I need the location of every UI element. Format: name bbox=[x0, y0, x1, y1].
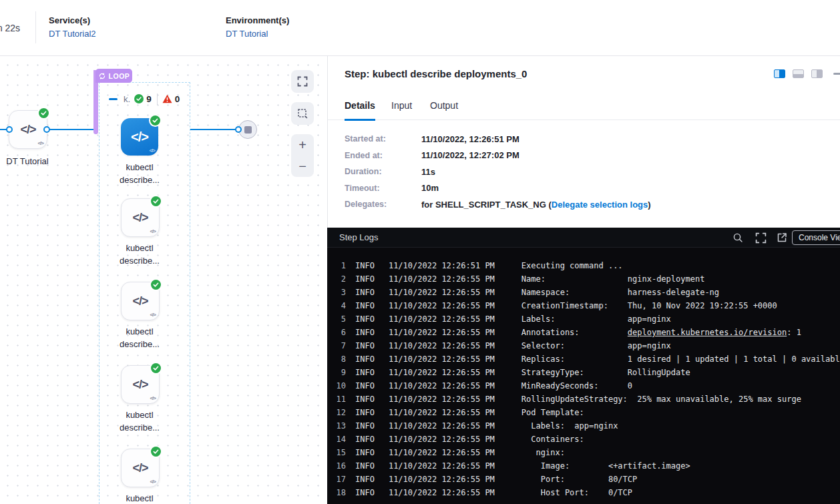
success-check-icon bbox=[37, 107, 50, 119]
loop-badge[interactable]: LOOP bbox=[95, 69, 132, 83]
collapse-minus-icon[interactable] bbox=[109, 98, 118, 100]
topbar-divider bbox=[35, 11, 36, 43]
delegate-selection-logs-link[interactable]: Delegate selection logs bbox=[552, 200, 648, 210]
loop-badge-label: LOOP bbox=[109, 72, 130, 80]
loop-icon bbox=[98, 72, 106, 80]
log-line: 18INFO11/10/2022 12:26:55 PM Host Port: … bbox=[327, 486, 840, 499]
mini-code-icon: </> bbox=[150, 479, 156, 485]
panel-minimize-button[interactable] bbox=[833, 73, 840, 75]
success-count: 9 bbox=[146, 94, 152, 104]
success-check-icon bbox=[150, 445, 162, 458]
step-title: Step: kubectl describe deployments_0 bbox=[345, 68, 527, 79]
pipeline-graph-canvas[interactable]: </> </> DT Tutorial LOOP k. 9 0 </> </> bbox=[0, 56, 327, 504]
log-line: 3INFO11/10/2022 12:26:55 PMNamespace: ha… bbox=[327, 286, 840, 299]
mini-code-icon: </> bbox=[149, 148, 155, 154]
connector-port bbox=[43, 126, 50, 133]
log-open-new-tab-button[interactable] bbox=[777, 232, 787, 243]
log-line: 11INFO11/10/2022 12:26:55 PMRollingUpdat… bbox=[327, 393, 840, 406]
step-tabs: Details Input Output bbox=[328, 96, 840, 120]
log-line: 16INFO11/10/2022 12:26:55 PM Image: <+ar… bbox=[327, 459, 840, 473]
detail-row-duration: Duration: 11s bbox=[345, 164, 651, 180]
node-label-kubectl-4: kubectl describe... bbox=[103, 492, 176, 504]
fullscreen-icon bbox=[297, 76, 308, 87]
canvas-zoom-controls: + − bbox=[291, 134, 314, 177]
layout-right-view-button[interactable] bbox=[774, 69, 785, 78]
layout-bottom-view-button[interactable] bbox=[793, 69, 804, 78]
success-check-icon bbox=[150, 362, 162, 374]
success-check-icon bbox=[150, 278, 162, 291]
annotation-revision-link[interactable]: deployment.kubernetes.io/revision bbox=[628, 328, 787, 337]
execution-duration: m 22s bbox=[0, 23, 20, 33]
canvas-fullscreen-button[interactable] bbox=[291, 70, 314, 93]
detail-row-delegates: Delegates: for SHELL_SCRIPT_TASK_NG (Del… bbox=[345, 196, 651, 213]
log-line: 13INFO11/10/2022 12:26:55 PM Labels: app… bbox=[327, 419, 840, 433]
success-check-icon bbox=[134, 94, 144, 103]
code-icon: </> bbox=[20, 123, 35, 137]
log-line: 10INFO11/10/2022 12:26:55 PMMinReadySeco… bbox=[327, 379, 840, 393]
search-icon bbox=[732, 232, 743, 243]
failed-count: 0 bbox=[175, 94, 180, 104]
zoom-in-button[interactable]: + bbox=[298, 139, 306, 151]
service-link[interactable]: DT Tutorial2 bbox=[49, 29, 96, 39]
service-label: Service(s) bbox=[49, 15, 96, 25]
detail-row-timeout: Timeout: 10m bbox=[345, 180, 651, 197]
log-fullscreen-button[interactable] bbox=[755, 232, 767, 244]
tab-details[interactable]: Details bbox=[345, 100, 375, 121]
mini-code-icon: </> bbox=[150, 395, 156, 401]
log-search-button[interactable] bbox=[732, 232, 743, 243]
detail-row-ended: Ended at: 11/10/2022, 12:27:02 PM bbox=[345, 148, 651, 164]
loop-header: k. 9 0 bbox=[109, 93, 180, 105]
node-kubectl-describe-1[interactable]: </> </> bbox=[121, 198, 160, 237]
log-line: 17INFO11/10/2022 12:26:55 PM Port: 80/TC… bbox=[327, 473, 840, 486]
node-kubectl-describe-4[interactable]: </> </> bbox=[121, 449, 160, 487]
marquee-select-icon bbox=[297, 108, 308, 119]
service-block: Service(s) DT Tutorial2 bbox=[49, 15, 96, 39]
step-logs-header: Step Logs Console View bbox=[327, 228, 840, 248]
node-label-kubectl-0: kubectl describe... bbox=[103, 161, 176, 186]
log-line: 1INFO11/10/2022 12:26:51 PMExecuting com… bbox=[327, 259, 840, 272]
environment-link[interactable]: DT Tutorial bbox=[226, 29, 289, 39]
layout-panel-view-button[interactable] bbox=[811, 69, 823, 78]
mini-code-icon: </> bbox=[37, 140, 43, 146]
node-kubectl-describe-0[interactable]: </> </> bbox=[121, 118, 158, 156]
stop-square-icon bbox=[244, 126, 252, 134]
mini-code-icon: </> bbox=[150, 228, 156, 234]
log-line: 4INFO11/10/2022 12:26:55 PMCreationTimes… bbox=[327, 299, 840, 312]
edge-to-end bbox=[190, 129, 240, 130]
node-kubectl-describe-3[interactable]: </> </> bbox=[121, 365, 160, 404]
node-kubectl-describe-2[interactable]: </> </> bbox=[121, 282, 160, 320]
step-details-list: Started at: 11/10/2022, 12:26:51 PM Ende… bbox=[345, 131, 651, 213]
detail-row-started: Started at: 11/10/2022, 12:26:51 PM bbox=[345, 131, 651, 148]
node-label-kubectl-1: kubectl describe... bbox=[103, 242, 176, 267]
environment-block: Environment(s) DT Tutorial bbox=[226, 15, 289, 39]
zoom-out-button[interactable]: − bbox=[298, 160, 306, 172]
log-line: 12INFO11/10/2022 12:26:55 PMPod Template… bbox=[327, 406, 840, 419]
node-label-dt-tutorial: DT Tutorial bbox=[0, 155, 64, 168]
warning-icon bbox=[162, 94, 172, 103]
console-view-button[interactable]: Console View bbox=[792, 230, 840, 245]
log-line: 9INFO11/10/2022 12:26:55 PMStrategyType:… bbox=[327, 366, 840, 379]
code-icon: </> bbox=[132, 211, 148, 225]
external-link-icon bbox=[777, 232, 787, 243]
execution-topbar: m 22s Service(s) DT Tutorial2 Environmen… bbox=[0, 0, 840, 56]
log-line: 14INFO11/10/2022 12:26:55 PM Containers: bbox=[327, 433, 840, 446]
connector-port bbox=[235, 126, 242, 133]
code-icon: </> bbox=[132, 294, 148, 308]
log-line: 15INFO11/10/2022 12:26:55 PM nginx: bbox=[327, 446, 840, 459]
connector-port bbox=[6, 126, 13, 133]
tab-input[interactable]: Input bbox=[391, 100, 412, 119]
log-output[interactable]: 1INFO11/10/2022 12:26:51 PMExecuting com… bbox=[327, 248, 840, 504]
step-logs-title: Step Logs bbox=[339, 232, 379, 242]
environment-label: Environment(s) bbox=[226, 15, 289, 25]
code-icon: </> bbox=[131, 130, 148, 145]
layout-fill bbox=[817, 70, 822, 77]
layout-fill bbox=[779, 70, 785, 77]
matrix-label: k. bbox=[124, 94, 130, 104]
log-line: 7INFO11/10/2022 12:26:55 PMSelector: app… bbox=[327, 339, 840, 352]
tab-output[interactable]: Output bbox=[430, 100, 458, 119]
success-check-icon bbox=[149, 114, 162, 127]
mini-code-icon: </> bbox=[150, 312, 156, 318]
node-dt-tutorial[interactable]: </> </> bbox=[9, 110, 47, 149]
canvas-select-button[interactable] bbox=[291, 102, 314, 125]
log-line: 8INFO11/10/2022 12:26:55 PMReplicas: 1 d… bbox=[327, 352, 840, 366]
